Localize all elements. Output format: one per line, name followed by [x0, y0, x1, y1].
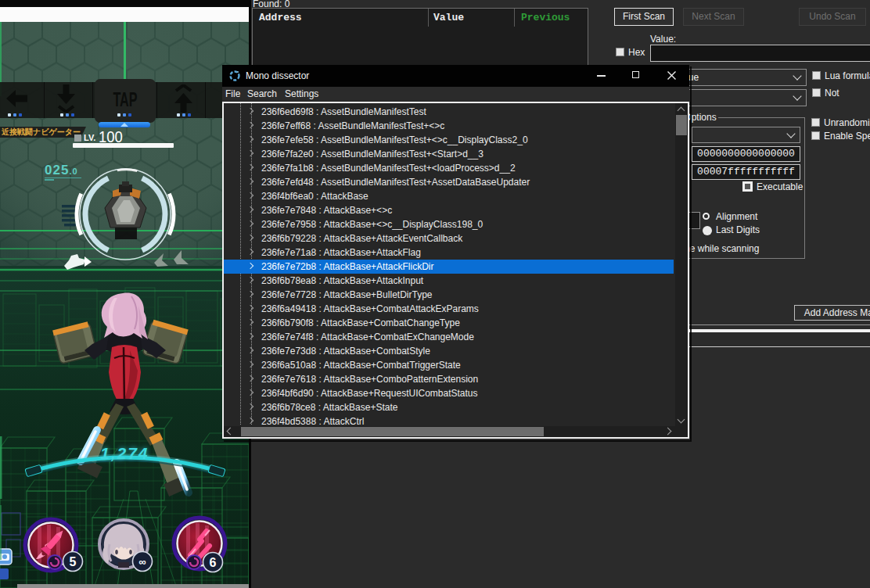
svg-text:6: 6: [210, 556, 217, 569]
svg-text:∞: ∞: [138, 556, 146, 568]
svg-text:5: 5: [70, 555, 77, 568]
